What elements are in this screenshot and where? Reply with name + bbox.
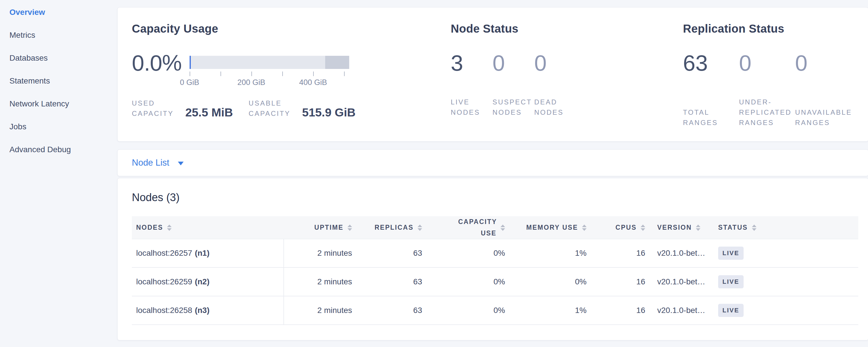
usable-capacity-label: USABLE CAPACITY (249, 98, 298, 119)
nodes-heading: Nodes (3) (132, 191, 858, 204)
node-address-cell[interactable]: localhost:26257 (n1) (132, 239, 284, 267)
cpus-cell: 16 (587, 239, 645, 267)
node-id: (n2) (195, 277, 209, 286)
uptime-cell: 2 minutes (284, 239, 352, 267)
under-replicated-ranges-label: UNDER-REPLICATED RANGES (739, 97, 795, 128)
under-replicated-ranges-count: 0 (739, 52, 795, 74)
unavailable-ranges-count: 0 (795, 52, 851, 74)
status-badge: LIVE (718, 247, 744, 260)
version-cell: v20.1.0-bet… (645, 239, 715, 267)
table-row[interactable]: localhost:26257 (n1) 2 minutes 63 0% 1% … (132, 239, 858, 268)
column-header-capacity-use[interactable]: CAPACITY USE (422, 216, 505, 239)
capacity-gauge-used-marker (190, 56, 191, 69)
node-status-title: Node Status (451, 22, 683, 35)
column-header-cpus[interactable]: CPUS (587, 224, 645, 231)
capacity-use-cell: 0% (422, 268, 505, 296)
memory-use-cell: 0% (505, 268, 587, 296)
sort-icon[interactable] (752, 225, 756, 231)
sidebar-item-statements[interactable]: Statements (9, 77, 117, 99)
capacity-use-cell: 0% (422, 296, 505, 324)
unavailable-ranges-label: UNAVAILABLE RANGES (795, 107, 851, 128)
column-header-status[interactable]: STATUS (715, 224, 858, 231)
suspect-nodes-label: SUSPECT NODES (493, 97, 534, 118)
capacity-gauge-ticks (190, 71, 349, 76)
capacity-usage-title: Capacity Usage (132, 22, 451, 35)
node-address-cell[interactable]: localhost:26258 (n3) (132, 296, 284, 324)
sort-icon[interactable] (582, 225, 587, 231)
sort-icon[interactable] (167, 225, 172, 231)
axis-label-0gib: 0 GiB (180, 78, 199, 87)
capacity-gauge-track (190, 56, 349, 69)
sort-icon[interactable] (696, 225, 701, 231)
axis-label-400gib: 400 GiB (299, 78, 327, 87)
column-header-nodes[interactable]: NODES (132, 224, 284, 231)
version-cell: v20.1.0-bet… (645, 296, 715, 324)
used-capacity-value: 25.5 MiB (185, 106, 233, 119)
cluster-summary-card: Capacity Usage 0.0% (117, 7, 868, 141)
uptime-cell: 2 minutes (284, 296, 352, 324)
replicas-cell: 63 (352, 239, 422, 267)
sort-icon[interactable] (417, 225, 422, 231)
total-ranges-count: 63 (683, 52, 739, 74)
dead-nodes-count: 0 (534, 52, 576, 74)
cpus-cell: 16 (587, 296, 645, 324)
nodes-table: NODES UPTIME REPLICAS CAPACITY USE MEMOR… (132, 216, 858, 325)
table-row[interactable]: localhost:26259 (n2) 2 minutes 63 0% 0% … (132, 268, 858, 296)
replication-status-title: Replication Status (683, 22, 851, 35)
table-row[interactable]: localhost:26258 (n3) 2 minutes 63 0% 1% … (132, 296, 858, 325)
chevron-down-icon (178, 162, 184, 165)
axis-label-200gib: 200 GiB (237, 78, 266, 87)
suspect-nodes-count: 0 (493, 52, 534, 74)
capacity-gauge-axis-labels: 0 GiB 200 GiB 400 GiB (190, 78, 349, 87)
replicas-cell: 63 (352, 296, 422, 324)
view-selector-card: Node List (117, 149, 868, 176)
column-header-memory-use[interactable]: MEMORY USE (505, 224, 587, 231)
cpus-cell: 16 (587, 268, 645, 296)
capacity-used-percent: 0.0% (132, 52, 182, 74)
node-status-section: Node Status 3 0 0 LIVE NODES SUSPECT NOD… (451, 22, 683, 141)
dead-nodes-label: DEAD NODES (534, 97, 576, 118)
node-address-cell[interactable]: localhost:26259 (n2) (132, 268, 284, 296)
node-id: (n1) (195, 249, 209, 258)
sidebar-item-advanced-debug[interactable]: Advanced Debug (9, 145, 117, 168)
node-list-dropdown-label: Node List (132, 158, 169, 168)
main-content: Capacity Usage 0.0% (117, 0, 868, 347)
capacity-gauge-secondary-segment (325, 56, 349, 69)
node-list-dropdown[interactable]: Node List (132, 158, 184, 168)
status-cell: LIVE (715, 296, 858, 324)
usable-capacity-value: 515.9 GiB (302, 106, 355, 119)
memory-use-cell: 1% (505, 239, 587, 267)
version-cell: v20.1.0-bet… (645, 268, 715, 296)
sidebar-item-network-latency[interactable]: Network Latency (9, 99, 117, 122)
status-badge: LIVE (718, 304, 744, 317)
status-cell: LIVE (715, 239, 858, 267)
memory-use-cell: 1% (505, 296, 587, 324)
live-nodes-label: LIVE NODES (451, 97, 493, 118)
capacity-gauge: 0 GiB 200 GiB 400 GiB (190, 56, 349, 87)
capacity-usage-section: Capacity Usage 0.0% (132, 22, 451, 141)
nodes-table-header: NODES UPTIME REPLICAS CAPACITY USE MEMOR… (132, 216, 858, 239)
column-header-uptime[interactable]: UPTIME (284, 224, 352, 231)
live-nodes-count: 3 (451, 52, 493, 74)
sidebar-item-overview[interactable]: Overview (9, 8, 117, 31)
uptime-cell: 2 minutes (284, 268, 352, 296)
status-cell: LIVE (715, 268, 858, 296)
sidebar-item-metrics[interactable]: Metrics (9, 31, 117, 54)
used-capacity-label: USED CAPACITY (132, 98, 181, 119)
status-badge: LIVE (718, 275, 744, 288)
sidebar: Overview Metrics Databases Statements Ne… (0, 0, 117, 347)
replication-status-section: Replication Status 63 0 0 TOTAL RANGES U… (683, 22, 851, 141)
total-ranges-label: TOTAL RANGES (683, 107, 739, 128)
sort-icon[interactable] (500, 225, 505, 231)
sidebar-item-databases[interactable]: Databases (9, 54, 117, 77)
capacity-use-cell: 0% (422, 239, 505, 267)
column-header-replicas[interactable]: REPLICAS (352, 224, 422, 231)
nodes-table-card: Nodes (3) NODES UPTIME REPLICAS CAPACITY… (117, 178, 868, 340)
sidebar-item-jobs[interactable]: Jobs (9, 122, 117, 145)
sort-icon[interactable] (347, 225, 352, 231)
replicas-cell: 63 (352, 268, 422, 296)
node-id: (n3) (195, 306, 209, 315)
sort-icon[interactable] (641, 225, 645, 231)
column-header-version[interactable]: VERSION (645, 224, 715, 231)
